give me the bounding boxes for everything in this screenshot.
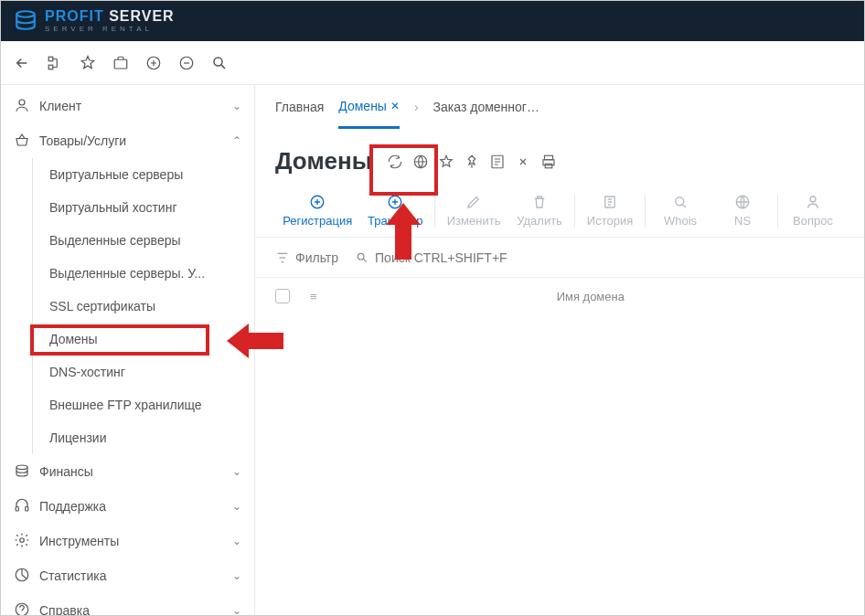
headset-icon <box>14 497 30 516</box>
action-edit[interactable]: Изменить <box>439 188 508 237</box>
svg-point-6 <box>214 58 222 66</box>
chart-icon <box>14 567 30 586</box>
svg-rect-1 <box>48 57 53 61</box>
svg-rect-3 <box>114 59 127 69</box>
user-icon <box>14 97 30 116</box>
nav-support[interactable]: Поддержка ⌄ <box>1 489 254 524</box>
filter-bar: Фильтр Поиск CTRL+SHIFT+F <box>255 238 864 278</box>
help-icon <box>14 601 30 617</box>
nav-finance-label: Финансы <box>39 464 93 479</box>
svg-rect-9 <box>16 506 18 511</box>
basket-icon <box>14 132 30 151</box>
search-field[interactable]: Поиск CTRL+SHIFT+F <box>355 250 507 265</box>
svg-rect-18 <box>545 164 552 168</box>
nav-products[interactable]: Товары/Услуги ⌃ <box>1 123 254 158</box>
brand-logo[interactable]: PROFIT SERVER SERVER RENTAL <box>14 8 175 35</box>
svg-point-11 <box>20 537 25 542</box>
select-all-checkbox[interactable] <box>275 289 290 303</box>
sidebar-item-domains[interactable]: Домены <box>32 323 254 356</box>
chevron-down-icon: ⌄ <box>232 535 241 547</box>
action-delete-label: Удалить <box>517 214 562 228</box>
nav-stats[interactable]: Статистика ⌄ <box>1 558 254 593</box>
star-icon[interactable] <box>80 55 96 71</box>
export-icon[interactable] <box>489 154 506 173</box>
svg-point-8 <box>16 465 27 470</box>
chevron-down-icon: ⌄ <box>232 100 241 112</box>
pin-icon[interactable] <box>464 154 480 173</box>
action-edit-label: Изменить <box>447 214 501 228</box>
breadcrumb-separator: › <box>414 100 419 114</box>
svg-point-25 <box>358 253 364 260</box>
quick-toolbar <box>1 41 864 85</box>
plus-circle-icon[interactable] <box>145 55 162 71</box>
sort-icon[interactable]: ≡ <box>310 290 317 303</box>
svg-rect-2 <box>48 65 53 69</box>
nav-client[interactable]: Клиент ⌄ <box>1 89 254 123</box>
svg-rect-10 <box>26 506 28 511</box>
search-icon[interactable] <box>211 55 228 71</box>
refresh-icon[interactable] <box>387 154 403 173</box>
nav-tools[interactable]: Инструменты ⌄ <box>1 524 254 558</box>
sidebar-item-dedicated-u[interactable]: Выделенные серверы. У... <box>32 257 254 290</box>
breadcrumb-domains[interactable]: Домены✕ <box>338 85 400 129</box>
svg-rect-16 <box>544 155 552 160</box>
chevron-down-icon: ⌄ <box>232 604 241 616</box>
filter-button[interactable]: Фильтр <box>275 250 338 265</box>
back-button[interactable] <box>14 55 30 71</box>
globe-icon[interactable] <box>412 154 429 173</box>
page-title: Домены <box>275 147 372 175</box>
sidebar-item-dns[interactable]: DNS-хостинг <box>32 356 254 388</box>
briefcase-icon[interactable] <box>112 55 129 71</box>
column-domain-name[interactable]: Имя домена <box>337 290 844 303</box>
action-question[interactable]: Вопрос <box>782 188 844 237</box>
action-register[interactable]: Регистрация <box>275 188 359 237</box>
nav-support-label: Поддержка <box>39 499 106 514</box>
star-icon[interactable] <box>438 154 454 173</box>
breadcrumb-home[interactable]: Главная <box>275 85 324 129</box>
brand-subtitle: SERVER RENTAL <box>45 26 175 33</box>
breadcrumb-domains-label: Домены <box>338 99 387 113</box>
tree-icon[interactable] <box>47 55 63 71</box>
chevron-up-icon: ⌃ <box>232 134 241 147</box>
nav-stats-label: Статистика <box>39 568 107 583</box>
sidebar-item-vps[interactable]: Виртуальные серверы <box>32 158 254 191</box>
action-question-label: Вопрос <box>793 214 833 228</box>
nav-help[interactable]: Справка ⌄ <box>1 593 254 616</box>
svg-point-7 <box>19 100 25 105</box>
print-icon[interactable] <box>540 154 557 173</box>
excel-icon[interactable] <box>515 154 531 173</box>
action-toolbar: Регистрация Трансфер Изменить Удалить Ис… <box>255 183 864 238</box>
svg-point-24 <box>810 196 816 202</box>
annotation-arrow-up <box>384 199 422 261</box>
close-icon[interactable]: ✕ <box>390 100 400 112</box>
chevron-down-icon: ⌄ <box>232 465 241 478</box>
server-icon <box>14 8 37 35</box>
chevron-down-icon: ⌄ <box>232 569 241 582</box>
sidebar: Клиент ⌄ Товары/Услуги ⌃ Виртуальные сер… <box>1 85 255 616</box>
sidebar-item-ftp[interactable]: Внешнее FTP хранилище <box>32 388 254 421</box>
annotation-arrow-left <box>223 322 285 360</box>
action-history-label: История <box>587 214 633 228</box>
gear-icon <box>14 532 30 551</box>
breadcrumb-order[interactable]: Заказ доменног… <box>433 85 539 129</box>
svg-point-0 <box>16 11 35 17</box>
action-whois[interactable]: Whois <box>649 188 711 237</box>
sidebar-item-dedicated[interactable]: Выделенные серверы <box>32 224 254 257</box>
nav-client-label: Клиент <box>39 99 81 113</box>
minus-circle-icon[interactable] <box>178 55 195 71</box>
nav-finance[interactable]: Финансы ⌄ <box>1 454 254 489</box>
action-register-label: Регистрация <box>283 214 352 228</box>
sidebar-item-licenses[interactable]: Лицензии <box>32 421 254 454</box>
breadcrumb: Главная Домены✕ › Заказ доменног… <box>255 85 864 129</box>
sidebar-item-hosting[interactable]: Виртуальный хостинг <box>32 191 254 224</box>
action-history[interactable]: История <box>579 188 641 237</box>
action-delete[interactable]: Удалить <box>508 188 571 237</box>
filter-label: Фильтр <box>295 250 338 265</box>
action-ns[interactable]: NS <box>711 188 774 237</box>
action-whois-label: Whois <box>664 214 697 228</box>
sidebar-item-ssl[interactable]: SSL сертификаты <box>32 290 254 323</box>
table-header: ≡ Имя домена <box>255 278 864 314</box>
nav-products-label: Товары/Услуги <box>39 133 126 148</box>
action-ns-label: NS <box>734 214 751 228</box>
nav-tools-label: Инструменты <box>39 534 119 548</box>
